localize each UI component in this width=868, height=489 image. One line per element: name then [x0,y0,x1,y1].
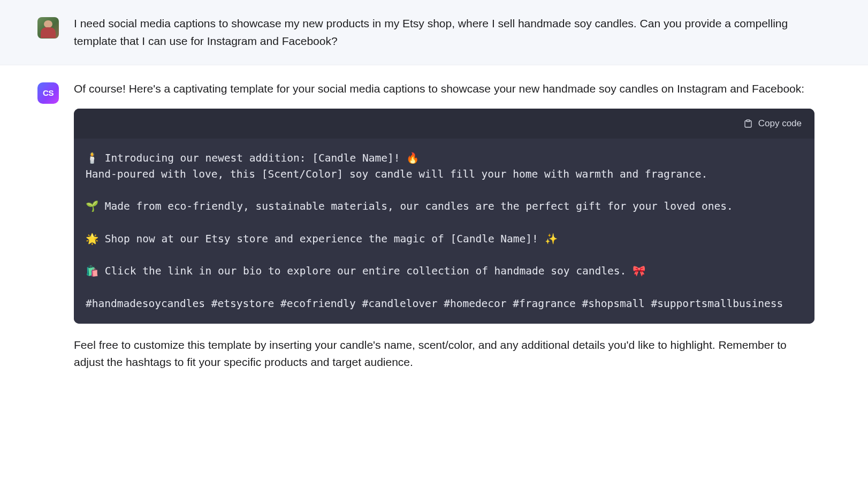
code-content: 🕯️ Introducing our newest addition: [Can… [74,139,814,324]
clipboard-icon [743,119,753,128]
code-block: Copy code 🕯️ Introducing our newest addi… [74,109,814,324]
assistant-message-content: Of course! Here's a captivating template… [74,80,814,371]
assistant-outro-text: Feel free to customize this template by … [74,337,814,371]
user-avatar [37,17,59,39]
code-block-header: Copy code [74,109,814,139]
user-message-content: I need social media captions to showcase… [74,15,814,50]
copy-code-button[interactable]: Copy code [742,116,803,131]
user-message-text: I need social media captions to showcase… [74,15,814,50]
assistant-intro-text: Of course! Here's a captivating template… [74,80,814,98]
copy-code-label: Copy code [758,118,802,129]
svg-rect-0 [747,120,750,121]
code-scroll-area[interactable]: 🕯️ Introducing our newest addition: [Can… [74,139,814,324]
assistant-message-row: CS Of course! Here's a captivating templ… [0,65,868,386]
assistant-avatar-label: CS [43,87,54,99]
user-message-row: I need social media captions to showcase… [0,0,868,65]
assistant-avatar: CS [37,82,59,104]
